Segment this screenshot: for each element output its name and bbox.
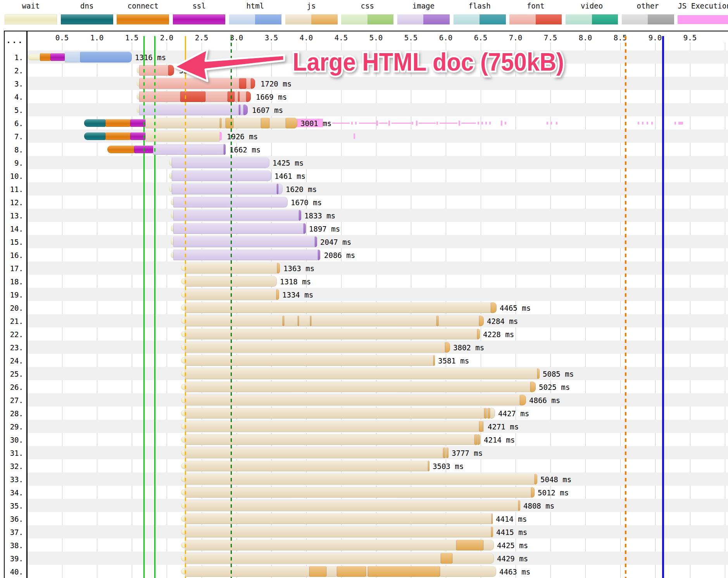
request-bar-segment-wait[interactable]	[181, 384, 185, 390]
request-bar-segment-jsL[interactable]	[185, 421, 479, 432]
request-bar-segment-fontL[interactable]	[205, 91, 228, 102]
row-number[interactable]: 7.	[4, 132, 23, 141]
request-bar-segment-imgL[interactable]	[173, 236, 315, 247]
row-number[interactable]: 17.	[4, 264, 23, 273]
request-bar-segment-jsD[interactable]	[456, 540, 483, 550]
request-bar-segment-imgL[interactable]	[172, 170, 271, 181]
request-bar-segment-jsD[interactable]	[537, 368, 540, 379]
request-bar-segment-imgL[interactable]	[172, 157, 269, 168]
row-number[interactable]: 38.	[4, 541, 23, 550]
request-bar-segment-jsL[interactable]	[440, 566, 496, 577]
request-bar-segment-jsL[interactable]	[185, 381, 530, 392]
request-bar-segment-fontD[interactable]	[239, 78, 246, 89]
request-bar-segment-wait[interactable]	[181, 502, 185, 509]
row-number[interactable]: 34.	[4, 488, 23, 497]
row-number[interactable]: 24.	[4, 356, 23, 365]
row-number[interactable]: 11.	[4, 185, 23, 194]
request-bar-segment-imgL[interactable]	[172, 183, 277, 194]
request-bar-segment-connect[interactable]	[105, 119, 130, 127]
row-number[interactable]: 16.	[4, 251, 23, 260]
row-number[interactable]: 23.	[4, 343, 23, 352]
expand-rows-ellipsis[interactable]: ...	[6, 36, 24, 45]
request-bar-segment-jsD[interactable]	[479, 315, 484, 326]
request-bar-segment-fontL[interactable]	[235, 91, 238, 102]
request-bar-segment-jsD[interactable]	[337, 566, 366, 577]
request-bar-segment-imgD[interactable]	[315, 236, 317, 247]
row-number[interactable]: 9.	[4, 159, 23, 167]
row-number[interactable]: 2.	[4, 66, 23, 75]
request-bar-segment-wait[interactable]	[181, 489, 185, 495]
request-bar-segment-wait[interactable]	[181, 344, 185, 350]
request-bar-segment-wait[interactable]	[181, 331, 185, 337]
row-number[interactable]: 28.	[4, 409, 23, 418]
request-bar-segment-fontL[interactable]	[139, 91, 180, 102]
request-bar-segment-wait[interactable]	[181, 436, 185, 443]
request-bar-segment-jsD[interactable]	[479, 421, 483, 432]
row-number[interactable]: 37.	[4, 528, 23, 536]
request-bar-segment-jsL[interactable]	[185, 566, 309, 577]
request-bar-segment-imgL[interactable]	[173, 249, 318, 260]
request-bar-segment-jsD[interactable]	[428, 460, 430, 471]
request-bar-segment-jsL[interactable]	[185, 329, 477, 339]
request-bar-segment-jsL[interactable]	[299, 315, 310, 326]
request-bar-segment-jsL[interactable]	[438, 315, 479, 326]
request-bar-segment-wait[interactable]	[181, 529, 185, 535]
request-bar-segment-wait[interactable]	[181, 410, 185, 416]
request-bar-segment-dns[interactable]	[84, 119, 105, 127]
request-bar-segment-jsL[interactable]	[221, 118, 226, 128]
request-bar-segment-imgL[interactable]	[278, 183, 283, 194]
request-bar-segment-jsD[interactable]	[491, 526, 493, 537]
request-bar-segment-pink[interactable]	[220, 132, 222, 140]
request-bar-segment-wait[interactable]	[181, 450, 185, 456]
row-number[interactable]: 8.	[4, 145, 23, 154]
request-bar-segment-jsD[interactable]	[531, 487, 535, 498]
row-number[interactable]: 3.	[4, 80, 23, 88]
request-bar-segment-imgL[interactable]	[153, 144, 224, 155]
request-bar-segment-imgD[interactable]	[224, 144, 226, 155]
request-bar-segment-jsL[interactable]	[284, 315, 298, 326]
request-bar-segment-connect[interactable]	[40, 53, 50, 61]
request-bar-segment-jsD[interactable]	[518, 500, 520, 511]
request-bar-segment-connect[interactable]	[107, 145, 134, 153]
request-bar-segment-jsL[interactable]	[185, 460, 428, 471]
row-number[interactable]: 31.	[4, 449, 23, 457]
row-number[interactable]: 14.	[4, 225, 23, 233]
request-bar-segment-wait[interactable]	[181, 397, 185, 403]
request-bar-segment-jsL[interactable]	[185, 474, 535, 485]
request-bar-segment-fontL[interactable]	[246, 78, 251, 89]
request-bar-segment-fontD[interactable]	[251, 78, 255, 89]
request-bar-segment-jsD[interactable]	[474, 434, 477, 445]
request-bar-segment-jsL[interactable]	[185, 500, 518, 511]
request-bar-segment-wait[interactable]	[181, 278, 185, 284]
request-bar-segment-jsD[interactable]	[447, 447, 449, 458]
request-bar-segment-jsL[interactable]	[185, 408, 484, 419]
request-bar-segment-imgL[interactable]	[173, 210, 299, 221]
request-bar-segment-fontL[interactable]	[240, 91, 246, 102]
request-bar-segment-imgD[interactable]	[243, 104, 248, 115]
request-bar-segment-jsL[interactable]	[483, 540, 494, 550]
request-bar-segment-jsD[interactable]	[477, 329, 480, 339]
request-bar-segment-jsL[interactable]	[185, 342, 445, 353]
request-bar-segment-fontD[interactable]	[168, 65, 174, 76]
request-bar-segment-htmlL[interactable]	[65, 52, 80, 62]
row-number[interactable]: 15.	[4, 238, 23, 246]
request-bar-segment-jsL[interactable]	[483, 421, 484, 432]
request-bar-segment-jsL[interactable]	[185, 368, 537, 379]
row-number[interactable]: 27.	[4, 396, 23, 405]
row-number[interactable]: 22.	[4, 330, 23, 339]
request-bar-segment-jsL[interactable]	[326, 566, 337, 577]
request-bar-segment-wait[interactable]	[181, 305, 185, 311]
request-bar-segment-imgD[interactable]	[299, 210, 301, 221]
request-bar-segment-jsL[interactable]	[185, 395, 520, 405]
request-bar-segment-fontD[interactable]	[246, 91, 251, 102]
row-number[interactable]: 35.	[4, 502, 23, 510]
row-number[interactable]: 6.	[4, 119, 23, 128]
request-bar-segment-wait[interactable]	[181, 568, 185, 575]
request-bar-segment-dns[interactable]	[84, 132, 105, 140]
request-bar-segment-wait[interactable]	[181, 542, 185, 548]
request-bar-segment-connect[interactable]	[105, 132, 130, 140]
request-bar-segment-wait[interactable]	[181, 423, 185, 429]
row-number[interactable]: 18.	[4, 277, 23, 286]
row-number[interactable]: 1.	[4, 53, 23, 62]
request-bar-segment-wait[interactable]	[28, 54, 40, 60]
